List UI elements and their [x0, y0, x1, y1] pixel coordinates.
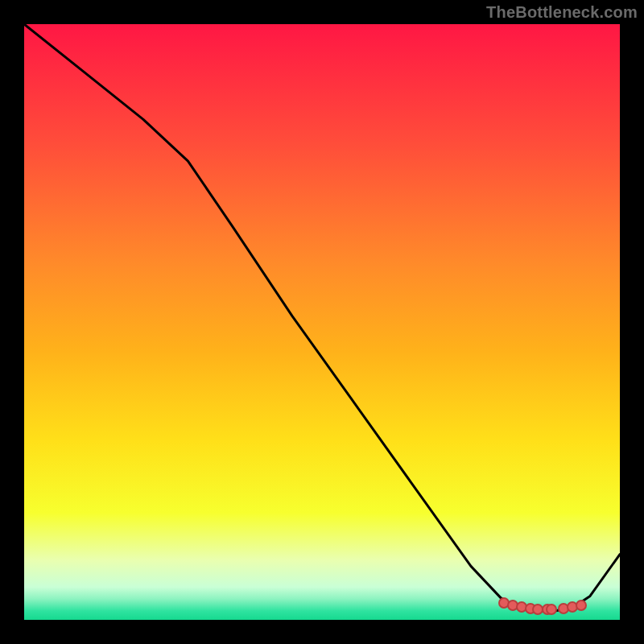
- chart-plot: [24, 24, 620, 620]
- plot-background: [24, 24, 620, 620]
- chart-stage: TheBottleneck.com: [0, 0, 644, 644]
- watermark-text: TheBottleneck.com: [486, 3, 638, 22]
